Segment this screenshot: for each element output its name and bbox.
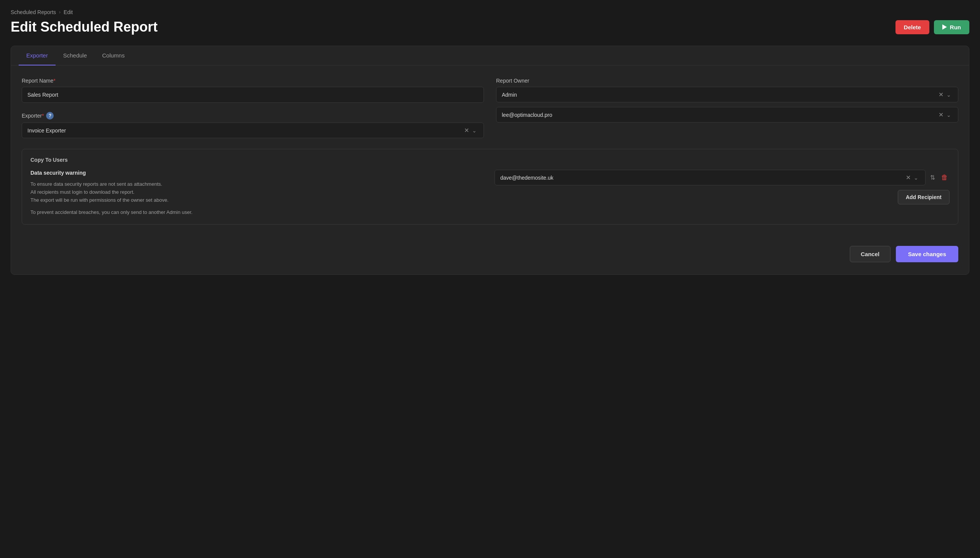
- footer-actions: Cancel Save changes: [22, 240, 958, 262]
- form-grid: Report Name* Exporter* ? Invoice Exporte…: [22, 78, 958, 138]
- report-owner-section: Admin ✕ ⌄ lee@optimacloud.pro ✕ ⌄: [496, 87, 958, 123]
- sort-icon[interactable]: ⇅: [929, 172, 937, 183]
- exporter-group: Exporter* ? Invoice Exporter ✕ ⌄: [22, 112, 484, 138]
- owner-email-clear-icon[interactable]: ✕: [937, 111, 945, 118]
- owner-email-chevron-icon[interactable]: ⌄: [945, 112, 952, 118]
- tab-columns[interactable]: Columns: [94, 46, 132, 66]
- warning-title: Data security warning: [30, 170, 486, 176]
- warning-line3: The export will be run with permissions …: [30, 196, 486, 204]
- save-button[interactable]: Save changes: [896, 246, 958, 262]
- owner-email-value: lee@optimacloud.pro: [502, 112, 937, 118]
- report-owner-group: Report Owner Admin ✕ ⌄ lee@optimacloud.p…: [496, 78, 958, 123]
- recipient-clear-icon[interactable]: ✕: [904, 174, 912, 181]
- owner-chevron-icon[interactable]: ⌄: [945, 92, 952, 98]
- recipient-chevron-icon[interactable]: ⌄: [912, 175, 920, 181]
- left-column: Report Name* Exporter* ? Invoice Exporte…: [22, 78, 484, 138]
- exporter-chevron-icon[interactable]: ⌄: [471, 128, 478, 134]
- recipient-value: dave@thedemosite.uk: [500, 175, 904, 181]
- required-star-name: *: [53, 78, 55, 84]
- tab-exporter[interactable]: Exporter: [19, 46, 56, 66]
- warning-spacer: [30, 204, 486, 208]
- page-title: Edit Scheduled Report: [11, 19, 158, 35]
- copy-to-title: Copy To Users: [30, 157, 950, 163]
- play-icon: [942, 25, 947, 30]
- breadcrumb-current: Edit: [64, 9, 73, 15]
- recipient-select[interactable]: dave@thedemosite.uk ✕ ⌄: [494, 170, 926, 185]
- card-body: Report Name* Exporter* ? Invoice Exporte…: [11, 66, 969, 274]
- owner-select-value: Admin: [502, 92, 937, 98]
- header-actions: Delete Run: [895, 20, 969, 34]
- report-owner-label: Report Owner: [496, 78, 958, 84]
- breadcrumb: Scheduled Reports › Edit: [11, 9, 969, 15]
- main-card: Exporter Schedule Columns Report Name*: [11, 46, 969, 275]
- delete-button[interactable]: Delete: [895, 20, 929, 34]
- recipient-row: dave@thedemosite.uk ✕ ⌄ ⇅ 🗑: [494, 170, 950, 185]
- page-header: Edit Scheduled Report Delete Run: [11, 19, 969, 35]
- copy-to-body: Data security warning To ensure data sec…: [30, 170, 950, 217]
- report-name-label: Report Name*: [22, 78, 484, 84]
- exporter-label: Exporter*: [22, 113, 44, 119]
- breadcrumb-parent[interactable]: Scheduled Reports: [11, 9, 56, 15]
- right-column: Report Owner Admin ✕ ⌄ lee@optimacloud.p…: [496, 78, 958, 123]
- warning-box: Data security warning To ensure data sec…: [30, 170, 486, 217]
- owner-email-select[interactable]: lee@optimacloud.pro ✕ ⌄: [496, 107, 958, 123]
- add-recipient-button[interactable]: Add Recipient: [898, 190, 950, 204]
- tab-schedule[interactable]: Schedule: [56, 46, 95, 66]
- run-label: Run: [950, 24, 961, 30]
- warning-line1: To ensure data security reports are not …: [30, 181, 486, 189]
- exporter-clear-icon[interactable]: ✕: [463, 127, 471, 134]
- report-name-group: Report Name*: [22, 78, 484, 103]
- warning-text: To ensure data security reports are not …: [30, 181, 486, 217]
- report-name-input[interactable]: [22, 87, 484, 103]
- warning-line4: To prevent accidental breaches, you can …: [30, 208, 486, 217]
- recipient-controls: dave@thedemosite.uk ✕ ⌄ ⇅ 🗑 Add Recipien…: [494, 170, 950, 204]
- tab-bar: Exporter Schedule Columns: [11, 46, 969, 66]
- warning-line2: All recipients must login to download th…: [30, 189, 486, 196]
- exporter-select-value: Invoice Exporter: [28, 128, 463, 134]
- owner-select[interactable]: Admin ✕ ⌄: [496, 87, 958, 102]
- trash-icon[interactable]: 🗑: [940, 172, 950, 183]
- cancel-button[interactable]: Cancel: [850, 246, 891, 262]
- required-star-exporter: *: [42, 113, 44, 119]
- owner-clear-icon[interactable]: ✕: [937, 91, 945, 98]
- breadcrumb-separator: ›: [59, 10, 61, 15]
- copy-to-section: Copy To Users Data security warning To e…: [22, 149, 958, 225]
- exporter-select[interactable]: Invoice Exporter ✕ ⌄: [22, 123, 484, 138]
- exporter-label-row: Exporter* ?: [22, 112, 484, 120]
- help-icon[interactable]: ?: [46, 112, 54, 120]
- run-button[interactable]: Run: [934, 20, 969, 34]
